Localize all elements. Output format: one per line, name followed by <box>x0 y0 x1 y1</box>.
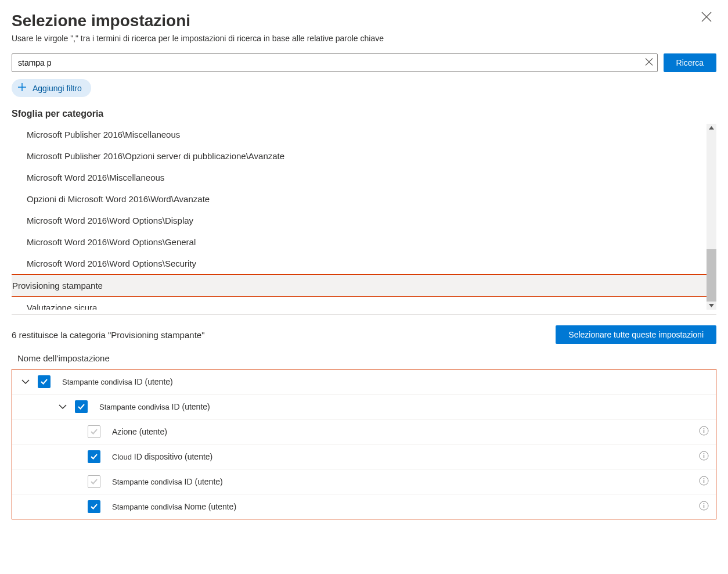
page-title: Selezione impostazioni <box>12 12 716 30</box>
setting-label: Stampante condivisa ID (utente) <box>62 377 173 386</box>
setting-row[interactable]: Stampante condivisa ID (utente) <box>12 469 716 494</box>
svg-rect-2 <box>704 430 704 433</box>
category-item[interactable]: Opzioni di Microsoft Word 2016\Word\Avan… <box>27 188 716 210</box>
search-input[interactable] <box>12 53 658 72</box>
clear-icon[interactable] <box>645 58 653 68</box>
checkbox[interactable] <box>88 450 100 463</box>
column-header: Nome dell'impostazione <box>12 353 716 363</box>
svg-point-4 <box>704 453 705 454</box>
scroll-up-icon[interactable] <box>707 124 716 132</box>
close-icon[interactable] <box>701 12 712 24</box>
add-filter-button[interactable]: Aggiungi filtro <box>12 79 91 97</box>
checkbox[interactable] <box>88 500 100 513</box>
category-item[interactable]: Microsoft Publisher 2016\Opzioni server … <box>27 145 716 167</box>
svg-point-1 <box>704 428 705 429</box>
page-subtitle: Usare le virgole "," tra i termini di ri… <box>12 34 716 43</box>
divider <box>12 314 716 315</box>
category-item[interactable]: Microsoft Word 2016\Word Options\General <box>27 231 716 253</box>
category-item-selected[interactable]: Provisioning stampante <box>12 274 716 297</box>
info-icon[interactable] <box>699 501 709 512</box>
setting-row[interactable]: Azione (utente) <box>12 419 716 444</box>
checkbox[interactable] <box>38 375 51 388</box>
svg-rect-5 <box>704 455 704 458</box>
scrollbar[interactable] <box>707 124 716 310</box>
scroll-down-icon[interactable] <box>707 302 716 310</box>
svg-rect-11 <box>704 505 704 508</box>
category-item[interactable]: Microsoft Word 2016\Word Options\Securit… <box>27 253 716 274</box>
search-button[interactable]: Ricerca <box>664 53 716 72</box>
plus-icon <box>17 82 27 94</box>
select-all-button[interactable]: Selezionare tutte queste impostazioni <box>556 325 716 344</box>
svg-point-7 <box>704 478 705 479</box>
setting-row[interactable]: Stampante condivisa ID (utente) <box>12 369 716 394</box>
setting-label: Stampante condivisa Nome (utente) <box>112 502 236 511</box>
chevron-down-icon[interactable] <box>56 400 69 413</box>
svg-point-10 <box>704 503 705 504</box>
setting-label: Stampante condivisa ID (utente) <box>112 477 223 486</box>
setting-label: Azione (utente) <box>112 427 167 436</box>
category-item[interactable]: Microsoft Word 2016\Miscellaneous <box>27 167 716 188</box>
svg-rect-8 <box>704 480 704 483</box>
results-count: 6 restituisce la categoria "Provisioning… <box>12 330 204 340</box>
browse-label: Sfoglia per categoria <box>12 109 716 119</box>
setting-label: Stampante condivisa ID (utente) <box>99 402 210 411</box>
info-icon[interactable] <box>699 476 709 487</box>
setting-row[interactable]: Stampante condivisa Nome (utente) <box>12 494 716 519</box>
checkbox[interactable] <box>88 425 100 438</box>
add-filter-label: Aggiungi filtro <box>33 84 82 93</box>
setting-row[interactable]: Stampante condivisa ID (utente) <box>12 394 716 419</box>
info-icon[interactable] <box>699 451 709 462</box>
category-item[interactable]: Microsoft Publisher 2016\Miscellaneous <box>27 124 716 145</box>
setting-row[interactable]: Cloud ID dispositivo (utente) <box>12 444 716 469</box>
info-icon[interactable] <box>699 426 709 437</box>
setting-label: Cloud ID dispositivo (utente) <box>112 452 212 461</box>
checkbox[interactable] <box>88 475 100 488</box>
category-item[interactable]: Valutazione sicura <box>27 297 716 310</box>
chevron-down-icon[interactable] <box>19 375 32 388</box>
category-item[interactable]: Microsoft Word 2016\Word Options\Display <box>27 210 716 231</box>
scroll-thumb[interactable] <box>707 249 716 302</box>
checkbox[interactable] <box>75 400 88 413</box>
